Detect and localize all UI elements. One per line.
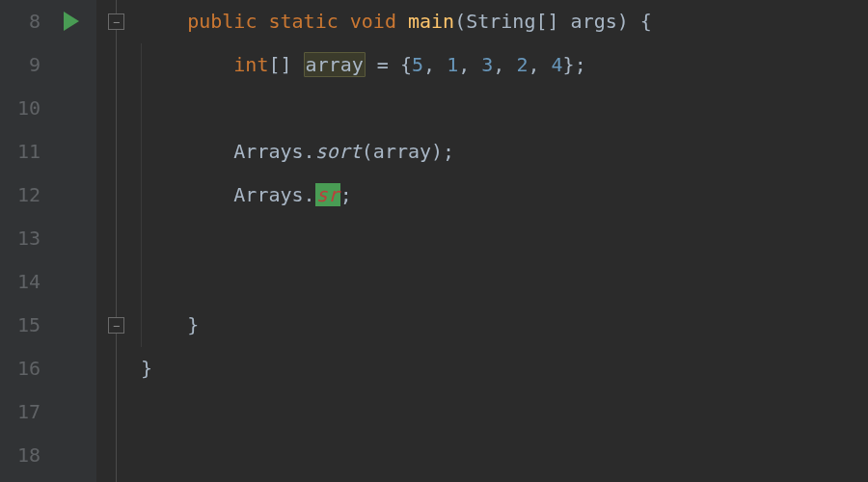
punctuation: [] <box>535 10 558 33</box>
punctuation: = <box>366 53 400 76</box>
method-name: main <box>408 10 454 33</box>
code-area[interactable]: public static void main(String[] args) {… <box>135 0 868 482</box>
code-line[interactable]: } <box>141 304 868 347</box>
punctuation: ; <box>575 53 586 76</box>
punctuation: ; <box>340 183 352 206</box>
punctuation: ( <box>454 10 466 33</box>
fold-toggle-icon[interactable] <box>108 13 124 30</box>
class-ref: Arrays <box>233 140 303 163</box>
brace: } <box>187 313 199 336</box>
code-line[interactable] <box>141 390 868 434</box>
punctuation: , <box>458 53 481 76</box>
number-literal: 5 <box>412 53 423 76</box>
punctuation: , <box>423 53 447 76</box>
brace: { <box>640 10 652 33</box>
line-number: 16 <box>0 347 41 390</box>
run-gutter-icon[interactable] <box>64 12 79 31</box>
indent-guide <box>141 43 142 347</box>
variable-ref: array <box>373 140 431 163</box>
punctuation: ) <box>431 140 443 163</box>
fold-toggle-icon[interactable] <box>108 317 124 334</box>
error-highlight: sr <box>315 183 340 206</box>
line-number: 15 <box>0 304 41 347</box>
punctuation: . <box>304 183 315 206</box>
number-literal: 3 <box>481 53 493 76</box>
keyword: public <box>187 10 257 33</box>
code-line[interactable]: } <box>141 347 868 390</box>
variable-highlight: array <box>304 52 366 77</box>
class-ref: Arrays <box>233 183 303 206</box>
code-line[interactable]: public static void main(String[] args) { <box>141 0 868 43</box>
punctuation: , <box>528 53 551 76</box>
error-token: sr <box>316 183 339 206</box>
static-method: sort <box>315 140 362 163</box>
brace: { <box>400 53 412 76</box>
param-name: args <box>571 10 617 33</box>
line-number: 11 <box>0 130 41 174</box>
fold-guide-line <box>116 0 117 482</box>
code-editor[interactable]: 8 9 10 11 12 13 14 15 16 17 18 public st… <box>0 0 868 482</box>
line-number: 18 <box>0 434 41 477</box>
code-line[interactable]: Arrays.sr; <box>141 174 868 217</box>
fold-column <box>96 0 135 482</box>
line-number: 10 <box>0 87 41 130</box>
number-literal: 2 <box>516 53 528 76</box>
type-keyword: int <box>233 53 268 76</box>
line-number-gutter: 8 9 10 11 12 13 14 15 16 17 18 <box>0 0 54 482</box>
number-literal: 4 <box>552 53 563 76</box>
line-number: 9 <box>0 43 41 87</box>
line-number: 8 <box>0 0 41 43</box>
line-number: 17 <box>0 390 41 434</box>
punctuation: ) <box>617 10 629 33</box>
line-number: 14 <box>0 260 41 304</box>
code-line[interactable] <box>141 434 868 477</box>
line-number: 13 <box>0 217 41 260</box>
code-line[interactable] <box>141 87 868 130</box>
code-line[interactable]: Arrays.sort(array); <box>141 130 868 174</box>
keyword: static <box>268 10 338 33</box>
line-number: 12 <box>0 174 41 217</box>
punctuation: ( <box>362 140 373 163</box>
punctuation: , <box>493 53 516 76</box>
code-line[interactable] <box>141 217 868 260</box>
type-name: String <box>466 10 535 33</box>
punctuation: [] <box>268 53 291 76</box>
number-literal: 1 <box>447 53 458 76</box>
keyword: void <box>350 10 396 33</box>
punctuation: . <box>304 140 315 163</box>
gutter-icon-column <box>54 0 96 482</box>
punctuation: ; <box>443 140 454 163</box>
code-line[interactable]: int[] array = {5, 1, 3, 2, 4}; <box>141 43 868 87</box>
brace: } <box>563 53 575 76</box>
code-line[interactable] <box>141 260 868 304</box>
brace: } <box>141 357 152 380</box>
